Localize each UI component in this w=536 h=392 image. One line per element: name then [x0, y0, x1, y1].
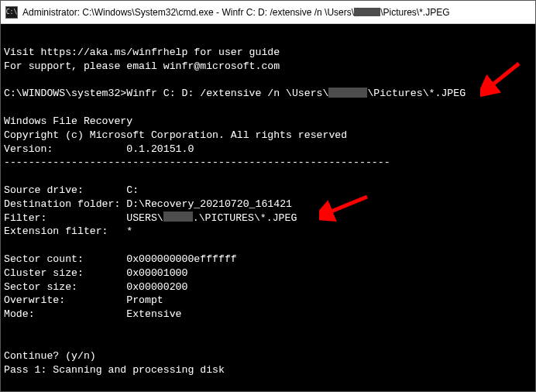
filter-row: Filter: USERS\.\PICTURES\*.JPEG	[4, 212, 297, 224]
cmd-icon: C:\	[5, 6, 18, 19]
pass1-line: Pass 1: Scanning and processing disk	[4, 364, 225, 376]
version-row: Version: 0.1.20151.0	[4, 143, 194, 155]
command-line: C:\WINDOWS\system32>Winfr C: D: /extensi…	[4, 88, 466, 99]
help-line: Visit https://aka.ms/winfrhelp for user …	[4, 46, 280, 58]
overwrite-row: Overwrite: Prompt	[4, 294, 163, 306]
title-bar[interactable]: C:\ Administrator: C:\Windows\System32\c…	[1, 1, 535, 24]
terminal-output[interactable]: Visit https://aka.ms/winfrhelp for user …	[1, 24, 535, 391]
continue-prompt: Continue? (y/n)	[4, 350, 96, 362]
redacted-user	[328, 88, 367, 98]
source-row: Source drive: C:	[4, 184, 139, 196]
app-name: Windows File Recovery	[4, 115, 132, 127]
divider: ----------------------------------------…	[4, 156, 390, 168]
sector-count-row: Sector count: 0x000000000effffff	[4, 253, 237, 265]
ext-filter-row: Extension filter: *	[4, 225, 132, 237]
cluster-row: Cluster size: 0x00001000	[4, 267, 187, 279]
window-title: Administrator: C:\Windows\System32\cmd.e…	[22, 7, 450, 18]
redacted-user	[354, 8, 380, 16]
cmd-window: C:\ Administrator: C:\Windows\System32\c…	[0, 0, 536, 392]
copyright: Copyright (c) Microsoft Corporation. All…	[4, 129, 347, 141]
help-line2: For support, please email winfr@microsof…	[4, 60, 280, 72]
redacted-user	[163, 211, 193, 222]
dest-row: Destination folder: D:\Recovery_20210720…	[4, 198, 292, 210]
mode-row: Mode: Extensive	[4, 308, 182, 320]
sector-size-row: Sector size: 0x00000200	[4, 281, 187, 293]
